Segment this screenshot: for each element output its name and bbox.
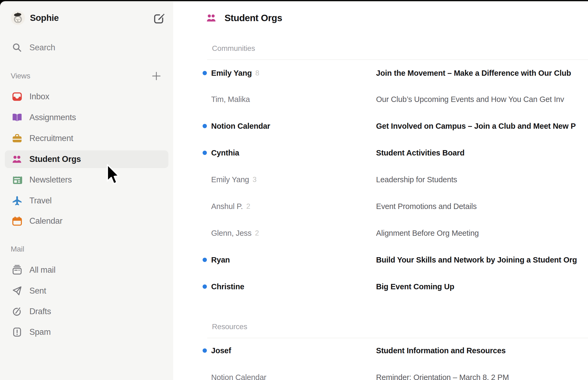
newspaper-icon xyxy=(12,175,22,185)
thread-count: 2 xyxy=(255,229,259,237)
sender-name: Tim, Malika xyxy=(211,95,250,104)
message-subject: Alignment Before Org Meeting xyxy=(376,229,479,238)
unread-dot xyxy=(203,71,207,75)
drafts-icon xyxy=(12,306,22,317)
user-avatar xyxy=(11,11,25,25)
section-label-communities: Communities xyxy=(212,44,255,53)
spam-icon xyxy=(12,327,22,337)
unread-dot xyxy=(203,258,207,262)
sender-name: Emily Yang xyxy=(211,69,252,78)
sender-name: Ryan xyxy=(211,256,230,264)
search-placeholder: Search xyxy=(29,43,55,52)
message-row[interactable]: Notion Calendar Reminder: Orientation – … xyxy=(173,364,588,380)
sidebar-item-newsletters[interactable]: Newsletters xyxy=(5,171,168,189)
sidebar-item-label: Spam xyxy=(29,327,51,337)
message-subject: Build Your Skills and Network by Joining… xyxy=(376,256,577,264)
sidebar-item-sent[interactable]: Sent xyxy=(5,282,168,300)
sidebar-item-label: Recruitment xyxy=(29,134,73,143)
sidebar-item-all-mail[interactable]: All mail xyxy=(5,261,168,279)
message-subject: Leadership for Students xyxy=(376,175,457,184)
plus-icon xyxy=(152,71,161,81)
thread-count: 8 xyxy=(255,69,259,77)
message-row[interactable]: Notion Calendar Get Involved on Campus –… xyxy=(173,113,588,139)
sender-name: Josef xyxy=(211,346,231,355)
people-icon xyxy=(206,13,216,23)
message-subject: Join the Movement – Make a Difference wi… xyxy=(376,69,571,78)
sidebar-item-label: Assignments xyxy=(29,113,76,122)
sidebar-item-assignments[interactable]: Assignments xyxy=(5,109,168,126)
sender-name: Notion Calendar xyxy=(211,122,270,131)
message-row[interactable]: Emily Yang8 Join the Movement – Make a D… xyxy=(173,60,588,86)
airplane-icon xyxy=(12,196,22,206)
sidebar-item-label: Student Orgs xyxy=(29,154,81,164)
sidebar-item-inbox[interactable]: Inbox xyxy=(5,88,168,105)
sender-name: Cynthia xyxy=(211,149,239,157)
views-section-label: Views xyxy=(11,72,30,80)
sender-name: Glenn, Jess xyxy=(211,229,252,238)
message-subject: Student Information and Resources xyxy=(376,346,506,355)
search-input[interactable]: Search xyxy=(5,39,168,56)
open-book-icon xyxy=(12,112,22,123)
thread-count: 2 xyxy=(246,202,250,211)
message-row[interactable]: Glenn, Jess2 Alignment Before Org Meetin… xyxy=(173,220,588,246)
page-title: Student Orgs xyxy=(225,13,282,23)
sidebar-item-label: All mail xyxy=(29,265,56,275)
account-name: Sophie xyxy=(30,13,59,23)
compose-icon[interactable] xyxy=(153,13,165,25)
sidebar-item-label: Inbox xyxy=(29,92,49,101)
message-row[interactable]: Cynthia Student Activities Board xyxy=(173,139,588,166)
mail-section-label: Mail xyxy=(11,245,24,253)
sidebar-item-travel[interactable]: Travel xyxy=(5,192,168,210)
message-subject: Get Involved on Campus – Join a Club and… xyxy=(376,122,576,131)
sidebar-item-spam[interactable]: Spam xyxy=(5,323,168,341)
view-header: Student Orgs xyxy=(206,2,282,34)
people-icon xyxy=(12,154,22,164)
message-row[interactable]: Christine Big Event Coming Up xyxy=(173,273,588,300)
message-subject: Event Promotions and Details xyxy=(376,202,477,211)
unread-dot xyxy=(203,151,207,155)
message-row[interactable]: Anshul P.2 Event Promotions and Details xyxy=(173,193,588,220)
message-row[interactable]: Tim, Malika Our Club’s Upcoming Events a… xyxy=(173,86,588,113)
message-list-pane: Student Orgs Communities Emily Yang8 Joi… xyxy=(173,2,588,380)
all-mail-icon xyxy=(12,265,22,275)
sender-name: Anshul P. xyxy=(211,202,243,211)
mail-app-window: Sophie Search Views xyxy=(0,1,588,380)
sidebar-item-label: Travel xyxy=(29,196,52,206)
sidebar-item-recruitment[interactable]: Recruitment xyxy=(5,130,168,147)
sidebar-item-label: Sent xyxy=(29,286,46,296)
add-view-button[interactable] xyxy=(152,71,161,81)
sidebar-item-label: Newsletters xyxy=(29,175,72,185)
sidebar-item-label: Drafts xyxy=(29,307,51,316)
paperplane-icon xyxy=(12,286,22,296)
message-subject: Reminder: Orientation – March 8, 2 PM xyxy=(376,373,509,380)
unread-dot xyxy=(203,284,207,289)
message-subject: Our Club’s Upcoming Events and How You C… xyxy=(376,95,564,104)
section-label-resources: Resources xyxy=(212,322,247,331)
sidebar-item-drafts[interactable]: Drafts xyxy=(5,303,168,320)
sender-name: Notion Calendar xyxy=(211,373,266,380)
search-icon xyxy=(12,43,22,53)
sender-name: Christine xyxy=(211,282,244,291)
message-subject: Student Activities Board xyxy=(376,149,465,157)
thread-count: 3 xyxy=(253,176,257,184)
inbox-icon xyxy=(12,92,22,102)
sender-name: Emily Yang xyxy=(211,175,249,184)
message-subject: Big Event Coming Up xyxy=(376,282,454,291)
sidebar-item-calendar[interactable]: Calendar xyxy=(5,212,168,230)
message-row[interactable]: Ryan Build Your Skills and Network by Jo… xyxy=(173,246,588,273)
sidebar-item-student-orgs[interactable]: Student Orgs xyxy=(5,150,168,168)
unread-dot xyxy=(203,124,207,128)
message-row[interactable]: Emily Yang3 Leadership for Students xyxy=(173,166,588,193)
sidebar-item-label: Calendar xyxy=(29,216,62,226)
message-row[interactable]: Josef Student Information and Resources xyxy=(173,337,588,364)
sidebar: Sophie Search Views xyxy=(0,2,173,380)
calendar-icon xyxy=(12,216,22,226)
briefcase-icon xyxy=(12,133,22,143)
account-switcher[interactable]: Sophie xyxy=(11,10,59,26)
unread-dot xyxy=(203,348,207,353)
